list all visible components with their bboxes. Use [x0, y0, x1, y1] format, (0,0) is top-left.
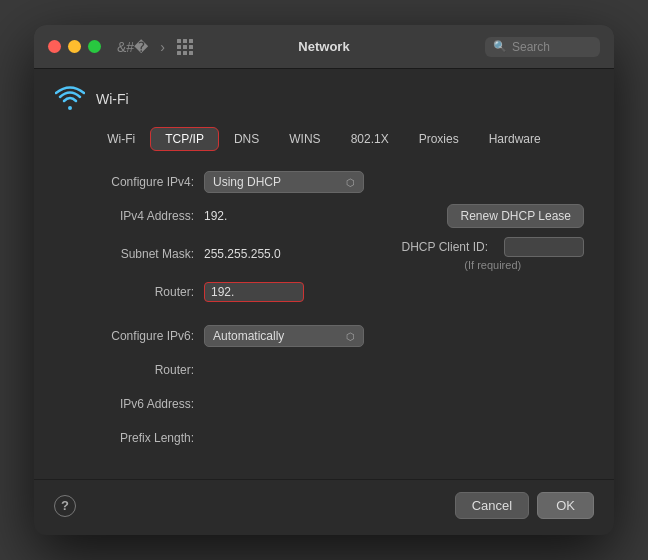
configure-ipv6-select[interactable]: Automatically ⬡ — [204, 325, 364, 347]
tcpip-form: Configure IPv4: Using DHCP ⬡ IPv4 Addres… — [54, 169, 594, 451]
tabs-bar: Wi-Fi TCP/IP DNS WINS 802.1X Proxies Har… — [54, 127, 594, 151]
titlebar: &#� › Network 🔍 — [34, 25, 614, 69]
ipv6-select-arrow-icon: ⬡ — [346, 331, 355, 342]
configure-ipv6-row: Configure IPv6: Automatically ⬡ — [64, 323, 584, 349]
tab-dns[interactable]: DNS — [219, 127, 274, 151]
subnet-mask-row: Subnet Mask: 255.255.255.0 DHCP Client I… — [64, 237, 584, 271]
ipv6-router-label: Router: — [64, 363, 194, 377]
network-window: &#� › Network 🔍 Wi-Fi — [34, 25, 614, 535]
tab-8021x[interactable]: 802.1X — [336, 127, 404, 151]
ipv4-address-value: 192. — [204, 209, 227, 223]
configure-ipv4-select[interactable]: Using DHCP ⬡ — [204, 171, 364, 193]
ipv4-address-row: IPv4 Address: 192. Renew DHCP Lease — [64, 203, 584, 229]
ipv6-address-row: IPv6 Address: — [64, 391, 584, 417]
subnet-mask-value: 255.255.255.0 — [204, 247, 281, 261]
subnet-mask-label: Subnet Mask: — [64, 247, 194, 261]
titlebar-nav: &#� › — [113, 37, 169, 57]
dhcp-client-id-label: DHCP Client ID: — [402, 240, 488, 254]
if-required-text: (If required) — [402, 257, 584, 271]
app-grid-icon[interactable] — [177, 39, 193, 55]
router-row: Router: 192. — [64, 279, 584, 305]
ok-button[interactable]: OK — [537, 492, 594, 519]
router-label: Router: — [64, 285, 194, 299]
select-arrow-icon: ⬡ — [346, 177, 355, 188]
ipv6-router-row: Router: — [64, 357, 584, 383]
tab-wifi[interactable]: Wi-Fi — [92, 127, 150, 151]
configure-ipv6-label: Configure IPv6: — [64, 329, 194, 343]
back-arrow-icon[interactable]: &#� — [113, 37, 152, 57]
minimize-button[interactable] — [68, 40, 81, 53]
dhcp-client-id-input[interactable] — [504, 237, 584, 257]
cancel-button[interactable]: Cancel — [455, 492, 529, 519]
prefix-length-row: Prefix Length: — [64, 425, 584, 451]
configure-ipv4-row: Configure IPv4: Using DHCP ⬡ — [64, 169, 584, 195]
tab-tcpip[interactable]: TCP/IP — [150, 127, 219, 151]
ipv4-address-label: IPv4 Address: — [64, 209, 194, 223]
forward-arrow-icon[interactable]: › — [156, 37, 169, 57]
router-input[interactable]: 192. — [204, 282, 304, 302]
wifi-icon — [54, 83, 86, 115]
ipv6-address-label: IPv6 Address: — [64, 397, 194, 411]
prefix-length-label: Prefix Length: — [64, 431, 194, 445]
maximize-button[interactable] — [88, 40, 101, 53]
configure-ipv4-label: Configure IPv4: — [64, 175, 194, 189]
footer-buttons: Cancel OK — [455, 492, 594, 519]
search-bar[interactable]: 🔍 — [485, 37, 600, 57]
help-button[interactable]: ? — [54, 495, 76, 517]
tab-proxies[interactable]: Proxies — [404, 127, 474, 151]
wifi-header: Wi-Fi — [54, 83, 594, 115]
tab-wins[interactable]: WINS — [274, 127, 335, 151]
renew-dhcp-button[interactable]: Renew DHCP Lease — [447, 204, 584, 228]
footer: ? Cancel OK — [34, 479, 614, 535]
wifi-label: Wi-Fi — [96, 91, 129, 107]
content-area: Wi-Fi Wi-Fi TCP/IP DNS WINS 802.1X Proxi… — [34, 69, 614, 479]
close-button[interactable] — [48, 40, 61, 53]
traffic-lights — [48, 40, 101, 53]
tab-hardware[interactable]: Hardware — [474, 127, 556, 151]
search-input[interactable] — [512, 40, 592, 54]
window-title: Network — [298, 39, 349, 54]
search-icon: 🔍 — [493, 40, 507, 53]
